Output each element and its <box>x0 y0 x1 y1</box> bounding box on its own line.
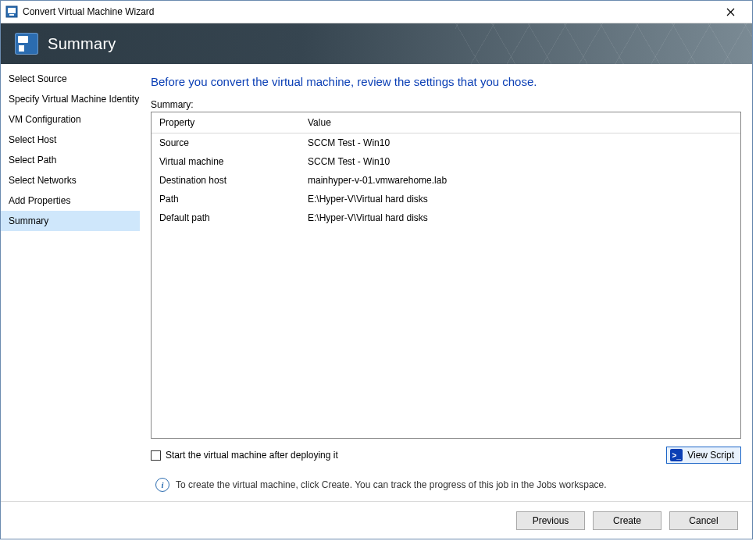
value-cell: mainhyper-v-01.vmwarehome.lab <box>300 171 740 190</box>
col-header-value[interactable]: Value <box>300 112 740 133</box>
create-button[interactable]: Create <box>593 511 662 530</box>
checkbox-box <box>151 450 161 461</box>
info-icon: i <box>155 478 169 492</box>
summary-table: Property Value SourceSCCM Test - Win10Vi… <box>152 112 740 227</box>
table-row: SourceSCCM Test - Win10 <box>152 133 740 153</box>
table-row: Destination hostmainhyper-v-01.vmwarehom… <box>152 171 740 190</box>
wizard-icon <box>15 33 38 55</box>
window-title: Convert Virtual Machine Wizard <box>23 6 155 17</box>
table-row: Default pathE:\Hyper-V\Virtual hard disk… <box>152 208 740 227</box>
property-cell: Path <box>152 190 300 208</box>
titlebar: Convert Virtual Machine Wizard <box>1 1 752 23</box>
start-vm-checkbox-label: Start the virtual machine after deployin… <box>166 450 338 461</box>
wizard-window: Convert Virtual Machine Wizard Summary S… <box>0 0 753 539</box>
property-cell: Virtual machine <box>152 152 300 171</box>
property-cell: Destination host <box>152 171 300 190</box>
sidebar-step[interactable]: Select Host <box>1 130 140 150</box>
wizard-steps-sidebar: Select SourceSpecify Virtual Machine Ide… <box>1 64 140 501</box>
start-vm-checkbox[interactable]: Start the virtual machine after deployin… <box>151 450 338 461</box>
svg-rect-2 <box>9 14 14 16</box>
sidebar-step[interactable]: Summary <box>1 211 140 231</box>
sidebar-step[interactable]: Select Networks <box>1 170 140 190</box>
svg-rect-1 <box>8 8 16 13</box>
sidebar-step[interactable]: Select Source <box>1 69 140 89</box>
powershell-icon: >_ <box>670 449 683 461</box>
sidebar-step[interactable]: VM Configuration <box>1 109 140 130</box>
table-row: PathE:\Hyper-V\Virtual hard disks <box>152 190 740 208</box>
view-script-button[interactable]: >_ View Script <box>666 447 741 464</box>
info-row: i To create the virtual machine, click C… <box>151 470 741 498</box>
table-row: Virtual machineSCCM Test - Win10 <box>152 152 740 171</box>
cancel-button[interactable]: Cancel <box>669 511 738 530</box>
sidebar-step[interactable]: Select Path <box>1 150 140 170</box>
previous-button[interactable]: Previous <box>516 511 585 530</box>
footer: Previous Create Cancel <box>1 501 752 539</box>
property-cell: Source <box>152 133 300 153</box>
property-cell: Default path <box>152 208 300 227</box>
banner-title: Summary <box>48 35 116 53</box>
value-cell: E:\Hyper-V\Virtual hard disks <box>300 190 740 208</box>
value-cell: E:\Hyper-V\Virtual hard disks <box>300 208 740 227</box>
sidebar-step[interactable]: Specify Virtual Machine Identity <box>1 89 140 109</box>
summary-label: Summary: <box>151 99 741 110</box>
instruction-text: Before you convert the virtual machine, … <box>151 75 741 88</box>
banner: Summary <box>1 23 752 64</box>
value-cell: SCCM Test - Win10 <box>300 133 740 153</box>
main-panel: Before you convert the virtual machine, … <box>140 64 752 501</box>
value-cell: SCCM Test - Win10 <box>300 152 740 171</box>
close-button[interactable] <box>715 3 746 20</box>
col-header-property[interactable]: Property <box>152 112 300 133</box>
view-script-label: View Script <box>687 450 734 461</box>
close-icon <box>726 8 735 16</box>
sidebar-step[interactable]: Add Properties <box>1 190 140 211</box>
summary-table-container: Property Value SourceSCCM Test - Win10Vi… <box>151 112 741 439</box>
app-icon <box>5 5 18 18</box>
info-text: To create the virtual machine, click Cre… <box>176 479 607 490</box>
